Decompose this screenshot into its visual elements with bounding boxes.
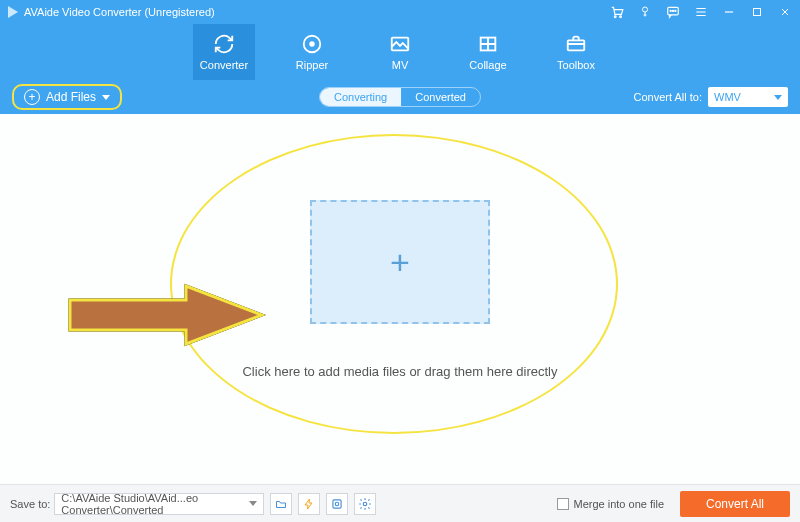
tab-converted[interactable]: Converted <box>401 88 480 106</box>
maximize-icon[interactable] <box>750 5 764 19</box>
svg-point-2 <box>643 7 648 12</box>
save-path-value: C:\AVAide Studio\AVAid...eo Converter\Co… <box>61 492 249 516</box>
disc-icon <box>301 33 323 55</box>
add-files-label: Add Files <box>46 90 96 104</box>
nav-label: Toolbox <box>557 59 595 71</box>
app-logo-icon <box>8 6 18 18</box>
checkbox-icon <box>557 498 569 510</box>
svg-marker-13 <box>70 286 262 344</box>
window-controls <box>610 5 792 19</box>
titlebar: AVAide Video Converter (Unregistered) <box>0 0 800 24</box>
chevron-down-icon <box>102 95 110 100</box>
feedback-icon[interactable] <box>666 5 680 19</box>
lightning-button[interactable] <box>298 493 320 515</box>
svg-point-6 <box>675 10 676 11</box>
convert-all-label: Convert All to: <box>634 91 702 103</box>
format-selected-value: WMV <box>714 91 741 103</box>
open-folder-button[interactable] <box>270 493 292 515</box>
svg-rect-14 <box>333 499 341 507</box>
minimize-icon[interactable] <box>722 5 736 19</box>
save-to-group: Save to: C:\AVAide Studio\AVAid...eo Con… <box>10 493 264 515</box>
svg-point-1 <box>620 16 622 18</box>
svg-point-9 <box>310 42 314 46</box>
settings-button[interactable] <box>354 493 376 515</box>
svg-point-16 <box>364 502 368 506</box>
main-area: + Click here to add media files or drag … <box>0 114 800 484</box>
app-title: AVAide Video Converter (Unregistered) <box>24 6 215 18</box>
nav-converter[interactable]: Converter <box>193 24 255 80</box>
image-icon <box>389 33 411 55</box>
save-path-select[interactable]: C:\AVAide Studio\AVAid...eo Converter\Co… <box>54 493 264 515</box>
drop-zone[interactable]: + <box>310 200 490 324</box>
svg-rect-12 <box>568 40 585 50</box>
main-nav: Converter Ripper MV Collage Toolbox <box>0 24 800 80</box>
plus-circle-icon: + <box>24 89 40 105</box>
tab-converting[interactable]: Converting <box>320 88 401 106</box>
svg-point-15 <box>336 502 340 506</box>
svg-rect-7 <box>754 9 761 16</box>
nav-label: MV <box>392 59 409 71</box>
save-to-label: Save to: <box>10 498 50 510</box>
svg-point-0 <box>614 16 616 18</box>
chevron-down-icon <box>249 501 257 506</box>
drop-instruction: Click here to add media files or drag th… <box>0 364 800 379</box>
nav-toolbox[interactable]: Toolbox <box>545 24 607 80</box>
footer-bar: Save to: C:\AVAide Studio\AVAid...eo Con… <box>0 484 800 522</box>
nav-label: Converter <box>200 59 248 71</box>
nav-ripper[interactable]: Ripper <box>281 24 343 80</box>
cart-icon[interactable] <box>610 5 624 19</box>
secondary-bar: + Add Files Converting Converted Convert… <box>0 80 800 114</box>
status-tabs: Converting Converted <box>319 87 481 107</box>
key-icon[interactable] <box>638 5 652 19</box>
menu-icon[interactable] <box>694 5 708 19</box>
convert-all-to: Convert All to: WMV <box>634 87 788 107</box>
nav-label: Collage <box>469 59 506 71</box>
add-files-button[interactable]: + Add Files <box>12 84 122 110</box>
refresh-icon <box>213 33 235 55</box>
toolbox-icon <box>565 33 587 55</box>
svg-point-4 <box>670 10 671 11</box>
grid-icon <box>477 33 499 55</box>
close-icon[interactable] <box>778 5 792 19</box>
nav-label: Ripper <box>296 59 328 71</box>
nav-mv[interactable]: MV <box>369 24 431 80</box>
chevron-down-icon <box>774 95 782 100</box>
format-select[interactable]: WMV <box>708 87 788 107</box>
highlight-arrow-icon <box>66 282 266 348</box>
nav-collage[interactable]: Collage <box>457 24 519 80</box>
merge-label: Merge into one file <box>574 498 665 510</box>
svg-point-5 <box>672 10 673 11</box>
convert-all-button[interactable]: Convert All <box>680 491 790 517</box>
merge-checkbox[interactable]: Merge into one file <box>557 498 665 510</box>
plus-icon: + <box>390 243 410 282</box>
gpu-button[interactable] <box>326 493 348 515</box>
